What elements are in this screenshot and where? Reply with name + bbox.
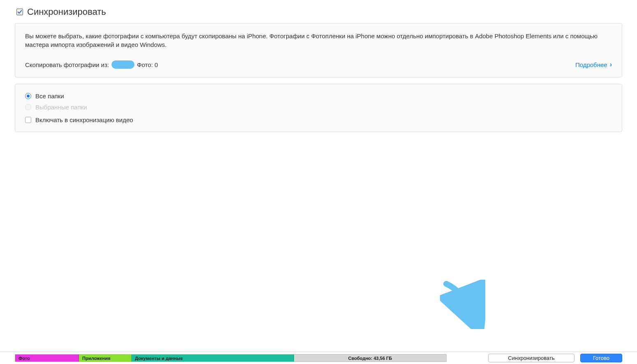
include-video-checkbox[interactable] — [25, 117, 31, 123]
page-title: Синхронизировать — [27, 7, 106, 17]
learn-more-label: Подробнее — [575, 61, 607, 68]
storage-seg-apps: Приложения — [79, 355, 132, 362]
radio-all-folders[interactable] — [25, 93, 31, 99]
options-panel: Все папки Выбранные папки Включать в син… — [15, 84, 622, 132]
radio-selected-folders — [25, 104, 31, 110]
storage-bar[interactable]: Фото Приложения Документы и данные Свобо… — [15, 354, 447, 362]
arrow-annotation-icon — [440, 280, 485, 329]
sync-button[interactable]: Синхронизировать — [488, 354, 574, 362]
footer-bar: Фото Приложения Документы и данные Свобо… — [0, 352, 637, 364]
info-panel: Вы можете выбрать, какие фотографии с ко… — [15, 23, 622, 77]
chevron-right-icon: › — [610, 61, 612, 68]
option-include-video[interactable]: Включать в синхронизацию видео — [25, 116, 612, 123]
photo-count: Фото: 0 — [137, 61, 158, 68]
checkmark-icon — [17, 9, 23, 15]
learn-more-link[interactable]: Подробнее › — [575, 61, 612, 68]
all-folders-label: Все папки — [35, 93, 64, 100]
copy-from-label: Скопировать фотографии из: — [25, 61, 109, 68]
source-redacted[interactable] — [111, 60, 134, 69]
option-all-folders[interactable]: Все папки — [25, 93, 612, 100]
storage-seg-photo: Фото — [15, 355, 79, 362]
sync-description: Вы можете выбрать, какие фотографии с ко… — [25, 32, 612, 49]
done-button[interactable]: Готово — [580, 354, 622, 362]
option-selected-folders: Выбранные папки — [25, 104, 612, 111]
storage-seg-docs: Документы и данные — [132, 355, 294, 362]
sync-checkbox[interactable] — [16, 9, 23, 15]
selected-folders-label: Выбранные папки — [35, 104, 87, 111]
copy-from-row: Скопировать фотографии из: Фото: 0 — [25, 60, 158, 69]
include-video-label: Включать в синхронизацию видео — [35, 116, 133, 123]
storage-seg-free: Свободно: 43,56 ГБ — [294, 355, 446, 362]
